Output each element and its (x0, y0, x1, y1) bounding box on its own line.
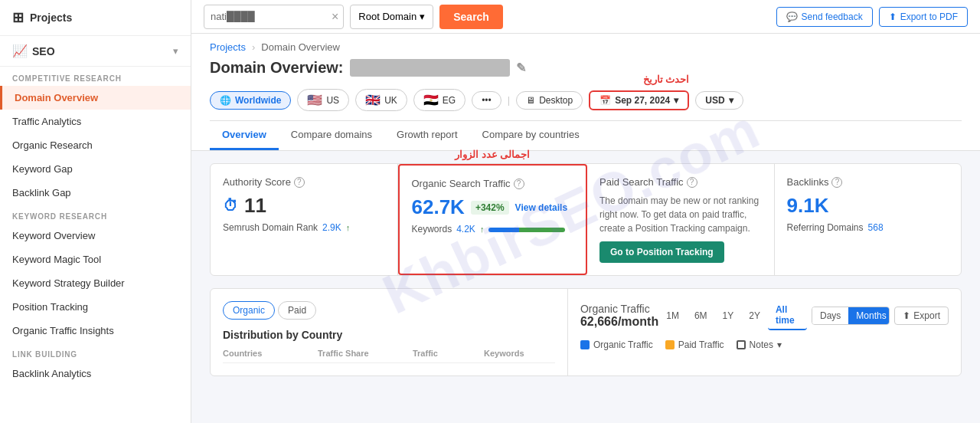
date-label: Sep 27, 2024 (615, 95, 670, 106)
page-title-text: Domain Overview: (210, 59, 344, 77)
tab-overview[interactable]: Overview (210, 121, 279, 150)
keywords-value[interactable]: 4.2K (456, 224, 475, 234)
send-feedback-button[interactable]: 💬 Send feedback (776, 7, 873, 27)
sidebar-item-backlink-gap[interactable]: Backlink Gap (0, 181, 191, 205)
sidebar-item-organic-research[interactable]: Organic Research (0, 133, 191, 157)
keywords-arrow: ↑ (480, 225, 485, 234)
sidebar-item-organic-traffic-insights[interactable]: Organic Traffic Insights (0, 319, 191, 343)
desktop-icon: 🖥 (526, 95, 535, 106)
days-button[interactable]: Days (812, 307, 848, 324)
time-1y[interactable]: 1Y (715, 307, 742, 324)
eg-flag: 🇪🇬 (423, 93, 439, 107)
breadcrumb: Projects › Domain Overview (210, 34, 962, 53)
sidebar-item-keyword-magic[interactable]: Keyword Magic Tool (0, 248, 191, 271)
traffic-analytics-label: Traffic Analytics (12, 116, 81, 127)
organic-search-label: Organic Search Traffic ? (412, 178, 574, 189)
view-details-link[interactable]: View details (515, 202, 567, 213)
us-filter[interactable]: 🇺🇸 US (297, 89, 349, 111)
legend-organic-label: Organic Traffic (593, 339, 653, 350)
time-controls: 1M 6M 1Y 2Y All time (658, 301, 807, 330)
backlinks-info-icon[interactable]: ? (831, 177, 842, 188)
device-filter[interactable]: 🖥 Desktop (516, 91, 583, 110)
breadcrumb-current: Domain Overview (261, 41, 340, 53)
sidebar-item-position-tracking[interactable]: Position Tracking (0, 295, 191, 319)
eg-filter[interactable]: 🇪🇬 EG (413, 89, 466, 111)
grid-icon: ⊞ (12, 9, 24, 26)
sidebar-item-keyword-overview[interactable]: Keyword Overview (0, 224, 191, 248)
search-clear-button[interactable]: × (327, 10, 343, 24)
time-6m-label: 6M (694, 310, 707, 321)
more-filters[interactable]: ••• (472, 91, 501, 110)
sidebar-item-domain-overview[interactable]: Domain Overview (0, 86, 191, 110)
search-input[interactable] (204, 11, 327, 22)
date-chevron: ▾ (674, 95, 678, 106)
export-label: Export (913, 310, 940, 321)
worldwide-filter[interactable]: 🌐 Worldwide (210, 91, 291, 110)
send-feedback-label: Send feedback (802, 11, 863, 22)
time-2y-label: 2Y (749, 310, 760, 321)
currency-label: USD (705, 95, 724, 106)
backlinks-number: 9.1K (787, 194, 829, 218)
uk-filter[interactable]: 🇬🇧 UK (355, 89, 407, 111)
semrush-rank-value[interactable]: 2.9K (322, 222, 341, 233)
chevron-down-icon: ▾ (420, 11, 425, 22)
authority-score-sub: Semrush Domain Rank 2.9K ↑ (223, 222, 385, 233)
go-to-position-tracking-button[interactable]: Go to Position Tracking (599, 241, 724, 263)
main-content: × Root Domain ▾ Search 💬 Send feedback ⬆… (191, 0, 980, 423)
date-filter[interactable]: 📅 Sep 27, 2024 ▾ (589, 90, 689, 110)
paid-tab-label: Paid (288, 305, 306, 316)
currency-filter[interactable]: USD ▾ (695, 91, 743, 110)
organic-search-card: اجمالى عدد الزوار Organic Search Traffic… (398, 164, 588, 275)
sidebar-item-backlink-analytics[interactable]: Backlink Analytics (0, 362, 191, 385)
backlink-gap-label: Backlink Gap (12, 187, 71, 198)
page-content: Authority Score ? ⏱ 11 Semrush Domain Ra… (191, 151, 980, 389)
domain-overview-label: Domain Overview (15, 92, 98, 103)
time-2y[interactable]: 2Y (741, 307, 768, 324)
export-pdf-button[interactable]: ⬆ Export to PDF (879, 7, 968, 27)
legend-notes[interactable]: Notes ▾ (737, 339, 782, 350)
legend-paid[interactable]: Paid Traffic (665, 339, 724, 350)
organic-traffic-chart: Organic Traffic 62,666/month 1M 6M 1Y 2Y… (568, 289, 961, 375)
legend-organic[interactable]: Organic Traffic (580, 339, 653, 350)
export-chart-button[interactable]: ⬆ Export (894, 307, 949, 325)
organic-info-icon[interactable]: ? (514, 179, 524, 189)
projects-nav[interactable]: ⊞ Projects (0, 0, 191, 36)
seo-section-header[interactable]: 📈 SEO ▾ (0, 36, 191, 67)
breadcrumb-projects[interactable]: Projects (210, 41, 246, 53)
domain-type-selector[interactable]: Root Domain ▾ (350, 5, 433, 29)
distribution-header: Organic Paid (223, 301, 555, 320)
legend-paid-checkbox (665, 340, 675, 349)
paid-search-label: Paid Search Traffic ? (599, 176, 762, 188)
organic-tab[interactable]: Organic (223, 301, 275, 320)
legend-notes-checkbox (737, 340, 746, 349)
keyword-magic-label: Keyword Magic Tool (12, 254, 101, 265)
chart-controls: 1M 6M 1Y 2Y All time Days Months (658, 301, 949, 330)
export-pdf-label: Export to PDF (900, 11, 958, 22)
us-flag: 🇺🇸 (307, 93, 322, 107)
edit-icon[interactable]: ✎ (516, 61, 526, 75)
time-all[interactable]: All time (768, 301, 807, 330)
bottom-row: Organic Paid Distribution by Country Cou… (210, 288, 962, 376)
sidebar-item-keyword-strategy[interactable]: Keyword Strategy Builder (0, 271, 191, 295)
worldwide-label: Worldwide (235, 95, 281, 106)
backlinks-text: Backlinks (787, 176, 829, 188)
day-month-toggle: Days Months (812, 307, 890, 325)
search-button[interactable]: Search (439, 5, 503, 29)
time-1m[interactable]: 1M (658, 307, 687, 324)
paid-info-icon[interactable]: ? (687, 177, 697, 188)
referring-domains-value[interactable]: 568 (868, 222, 884, 233)
tab-compare-domains[interactable]: Compare domains (279, 121, 384, 150)
more-label: ••• (482, 95, 492, 106)
months-button[interactable]: Months (848, 307, 890, 324)
sidebar-item-keyword-gap[interactable]: Keyword Gap (0, 157, 191, 181)
tab-growth-report[interactable]: Growth report (384, 121, 469, 150)
main-tabs: Overview Compare domains Growth report C… (210, 120, 962, 150)
time-1y-label: 1Y (723, 310, 734, 321)
paid-tab[interactable]: Paid (278, 301, 316, 320)
legend-notes-label: Notes (750, 339, 773, 350)
authority-info-icon[interactable]: ? (294, 177, 305, 188)
tab-compare-by-countries[interactable]: Compare by countries (470, 121, 592, 150)
organic-paid-tabs: Organic Paid (223, 301, 316, 320)
time-6m[interactable]: 6M (687, 307, 715, 324)
sidebar-item-traffic-analytics[interactable]: Traffic Analytics (0, 110, 191, 133)
